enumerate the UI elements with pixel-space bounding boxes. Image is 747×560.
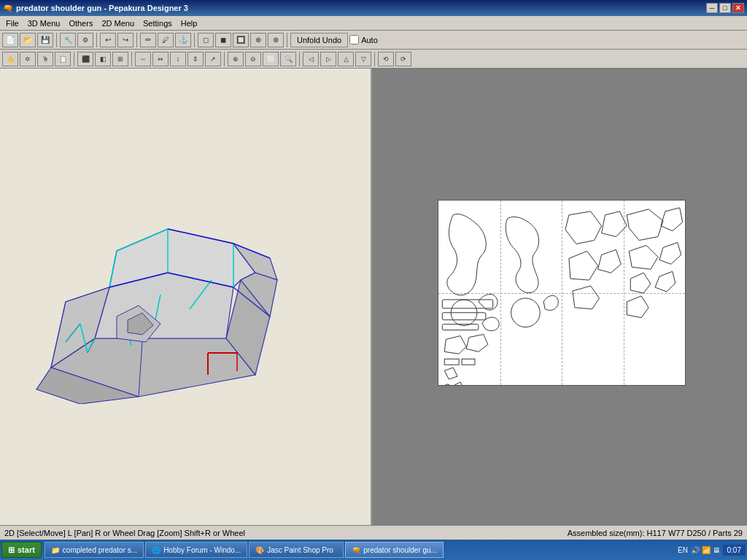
tb2-icon18[interactable]: ▷	[320, 52, 336, 66]
tb2-icon11[interactable]: ⇕	[187, 52, 204, 66]
auto-label: Auto	[361, 36, 378, 44]
tb2-icon3[interactable]: 🖱	[37, 52, 53, 66]
auto-checkbox[interactable]	[349, 35, 359, 44]
tb2-sep1	[74, 52, 74, 66]
svg-marker-32	[565, 211, 602, 244]
tb2-icon17[interactable]: ◁	[303, 52, 319, 66]
tb-icon1[interactable]: 🔧	[60, 33, 76, 47]
menu-2dmenu[interactable]: 2D Menu	[97, 18, 139, 29]
tb2-icon19[interactable]: △	[338, 52, 354, 66]
svg-rect-45	[442, 313, 486, 320]
tb-sep4	[194, 33, 195, 47]
svg-marker-38	[661, 208, 683, 231]
taskbar-item-0[interactable]: 📁 completed predator s...	[44, 542, 144, 558]
start-button[interactable]: ⊞ start	[1, 542, 42, 558]
svg-marker-36	[573, 286, 600, 309]
toolbar1: 📄 📂 💾 🔧 ⚙ ↩ ↪ ✏ 🖊 ⚓ ◻ ◼ 🔲 ⊕ ⊗ Unfold Und…	[0, 31, 747, 50]
tb-sep3	[136, 33, 137, 47]
3d-model-svg	[22, 127, 343, 404]
tb-open[interactable]: 📂	[20, 33, 36, 47]
tb-undo[interactable]: ↩	[100, 33, 116, 47]
svg-marker-39	[629, 246, 658, 270]
menu-settings[interactable]: Settings	[139, 18, 177, 29]
status-right: Assembled size(mm): H117 W77 D250 / Part…	[568, 529, 743, 537]
taskbar-icon-3: 🔫	[352, 546, 360, 554]
paper-area	[438, 200, 686, 386]
tb-icon2[interactable]: ⚙	[77, 33, 93, 47]
system-tray: 🔊 📶 🖥	[691, 546, 720, 554]
app-icon: 🔫	[3, 4, 13, 13]
menubar: File 3D Menu Others 2D Menu Settings Hel…	[0, 16, 747, 31]
tb2-icon14[interactable]: ⊖	[245, 52, 261, 66]
tb2-icon5[interactable]: ⬛	[77, 52, 93, 66]
svg-rect-44	[442, 300, 492, 308]
taskbar-item-3[interactable]: 🔫 predator shoulder gu...	[345, 542, 444, 558]
taskbar-label-1: Hobby Forum - Windo...	[163, 546, 241, 554]
tb2-icon16[interactable]: 🔍	[280, 52, 296, 66]
taskbar-item-1[interactable]: 🌐 Hobby Forum - Windo...	[145, 542, 247, 558]
tb2-icon10[interactable]: ↕	[170, 52, 186, 66]
status-left: 2D [Select/Move] L [Pan] R or Wheel Drag…	[4, 529, 245, 537]
tb2-icon9[interactable]: ⇔	[152, 52, 169, 66]
tb-icon5[interactable]: ⚓	[175, 33, 191, 47]
tb-icon10[interactable]: ⊗	[268, 33, 284, 47]
tb2-icon2[interactable]: ✡	[20, 52, 36, 66]
tb-icon3[interactable]: ✏	[140, 33, 156, 47]
parts-group-t2	[506, 217, 558, 327]
tb2-icon13[interactable]: ⊕	[228, 52, 244, 66]
svg-marker-47	[444, 336, 466, 354]
parts-group-tl	[447, 214, 499, 331]
svg-point-52	[444, 384, 451, 385]
svg-marker-51	[444, 368, 457, 379]
main-area	[0, 69, 747, 525]
menu-3dmenu[interactable]: 3D Menu	[23, 18, 65, 29]
3d-view[interactable]	[0, 69, 372, 525]
tb-icon7[interactable]: ◼	[215, 33, 231, 47]
taskbar-right: EN 🔊 📶 🖥 0:07	[678, 545, 746, 556]
taskbar-icon-1: 🌐	[152, 546, 160, 554]
tb2-sep4	[299, 52, 300, 66]
tb-icon8[interactable]: 🔲	[233, 33, 249, 47]
menu-others[interactable]: Others	[64, 18, 97, 29]
tb-new[interactable]: 📄	[2, 33, 18, 47]
minimize-button[interactable]: ─	[706, 3, 718, 13]
tb-icon6[interactable]: ◻	[198, 33, 214, 47]
2d-view[interactable]	[372, 69, 747, 525]
parts-svg	[438, 201, 685, 385]
tb2-icon22[interactable]: ⟳	[395, 52, 411, 66]
tb2-sep5	[374, 52, 375, 66]
parts-group-t4	[627, 208, 682, 318]
tb-icon4[interactable]: 🖊	[158, 33, 174, 47]
tb-save[interactable]: 💾	[37, 33, 53, 47]
tb2-icon21[interactable]: ⟲	[378, 52, 394, 66]
maximize-button[interactable]: □	[719, 3, 731, 13]
taskbar: ⊞ start 📁 completed predator s... 🌐 Hobb…	[0, 540, 747, 560]
svg-marker-48	[466, 335, 488, 352]
taskbar-item-2[interactable]: 🎨 Jasc Paint Shop Pro	[249, 542, 344, 558]
menu-file[interactable]: File	[1, 18, 23, 29]
svg-rect-49	[444, 359, 459, 365]
tb2-icon20[interactable]: ▽	[355, 52, 371, 66]
tb2-icon7[interactable]: ⊞	[112, 52, 128, 66]
titlebar-left: 🔫 predator shoulder gun - Pepakura Desig…	[3, 4, 188, 13]
tb2-icon1[interactable]: 👆	[2, 52, 18, 66]
taskbar-label-2: Jasc Paint Shop Pro	[267, 546, 333, 554]
tb-redo[interactable]: ↪	[117, 33, 133, 47]
tb-icon9[interactable]: ⊕	[250, 33, 266, 47]
parts-group-bl	[442, 300, 492, 385]
window-title: predator shoulder gun - Pepakura Designe…	[16, 4, 188, 12]
tb2-sep2	[131, 52, 132, 66]
svg-marker-40	[659, 243, 681, 265]
tb2-icon15[interactable]: ⬜	[263, 52, 279, 66]
close-button[interactable]: ✕	[732, 3, 744, 13]
tb2-icon4[interactable]: 📋	[55, 52, 71, 66]
tb2-icon12[interactable]: ↗	[205, 52, 221, 66]
titlebar-controls[interactable]: ─ □ ✕	[706, 3, 744, 13]
tb2-icon6[interactable]: ◧	[95, 52, 111, 66]
titlebar: 🔫 predator shoulder gun - Pepakura Desig…	[0, 0, 747, 16]
tb-sep1	[56, 33, 57, 47]
unfold-undo-button[interactable]: Unfold Undo	[290, 33, 348, 47]
menu-help[interactable]: Help	[177, 18, 202, 29]
svg-marker-53	[454, 382, 463, 385]
tb2-icon8[interactable]: ↔	[135, 52, 151, 66]
